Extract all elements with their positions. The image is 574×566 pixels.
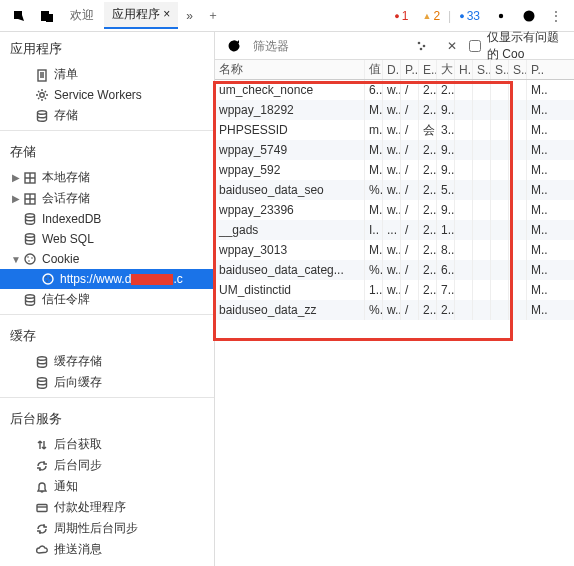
table-header[interactable]: 名称值D..P..E..大..H..S..S..S..P.. xyxy=(215,60,574,80)
col-header[interactable]: S.. xyxy=(491,60,509,79)
cell: w.. xyxy=(383,160,401,180)
col-header[interactable]: E.. xyxy=(419,60,437,79)
kebab-menu-icon[interactable]: ⋮ xyxy=(544,5,568,27)
cell: 6.. xyxy=(365,80,383,100)
tree-item-label: 会话存储 xyxy=(42,190,90,207)
tree-item[interactable]: 信任令牌 xyxy=(0,289,214,310)
table-row[interactable]: wppay_23396M..w../2..9..M.. xyxy=(215,200,574,220)
tree-item[interactable]: ▼Cookie xyxy=(0,249,214,269)
cell: wppay_23396 xyxy=(215,200,365,220)
cell xyxy=(455,160,473,180)
tree-item-label: 后向缓存 xyxy=(54,374,102,391)
col-header[interactable]: P.. xyxy=(527,60,551,79)
cell xyxy=(473,100,491,120)
twist-icon[interactable]: ▶ xyxy=(10,172,22,183)
message-badge[interactable]: 33 xyxy=(453,5,486,27)
cell: / xyxy=(401,260,419,280)
device-icon[interactable] xyxy=(34,5,60,27)
cell: w.. xyxy=(383,300,401,320)
svg-point-23 xyxy=(38,377,47,381)
add-tab-icon[interactable]: ＋ xyxy=(201,3,225,28)
cell: w.. xyxy=(383,280,401,300)
cell xyxy=(491,220,509,240)
tree-item-label: https://www.d.c xyxy=(60,272,183,286)
table-row[interactable]: um_check_nonce6..w../2..2..M.. xyxy=(215,80,574,100)
cell: __gads xyxy=(215,220,365,240)
table-row[interactable]: __gadsI...../2..1..M.. xyxy=(215,220,574,240)
table-row[interactable]: baiduseo_data_zz%..w../2..2..M.. xyxy=(215,300,574,320)
table-row[interactable]: wppay_18292M..w../2..9..M.. xyxy=(215,100,574,120)
col-header[interactable]: P.. xyxy=(401,60,419,79)
col-header[interactable]: 值 xyxy=(365,60,383,79)
tree-item[interactable]: 清单 xyxy=(0,64,214,85)
cell: M.. xyxy=(365,200,383,220)
tree-item[interactable]: 付款处理程序 xyxy=(0,497,214,518)
cell: PHPSESSID xyxy=(215,120,365,140)
tree-item[interactable]: 后向缓存 xyxy=(0,372,214,393)
table-row[interactable]: PHPSESSIDm..w../会..3..M.. xyxy=(215,120,574,140)
table-row[interactable]: baiduseo_data_seo%..w../2..5..M.. xyxy=(215,180,574,200)
refresh-icon[interactable] xyxy=(221,35,247,57)
warn-badge[interactable]: 2 xyxy=(416,5,446,27)
table-row[interactable]: wppay_5749M..w../2..9..M.. xyxy=(215,140,574,160)
tree-item[interactable]: Web SQL xyxy=(0,229,214,249)
filter-input[interactable] xyxy=(253,39,403,53)
activity-icon[interactable] xyxy=(516,5,542,27)
settings-gear-icon[interactable] xyxy=(488,5,514,27)
clear-filter-icon[interactable]: ✕ xyxy=(441,35,463,57)
svg-point-14 xyxy=(27,256,29,258)
tree-item[interactable]: 存储 xyxy=(0,105,214,126)
cell xyxy=(509,160,527,180)
tree-item-label: 推送消息 xyxy=(54,541,102,558)
cell: M.. xyxy=(527,220,551,240)
cell: wppay_18292 xyxy=(215,100,365,120)
error-badge[interactable]: 1 xyxy=(388,5,414,27)
col-header[interactable]: 大.. xyxy=(437,60,455,79)
filter-settings-icon[interactable] xyxy=(409,36,435,56)
cell: M.. xyxy=(527,140,551,160)
twist-icon[interactable]: ▶ xyxy=(10,193,22,204)
cell: um_check_nonce xyxy=(215,80,365,100)
inspect-icon[interactable] xyxy=(6,5,32,27)
cell xyxy=(455,180,473,200)
table-row[interactable]: wppay_3013M..w../2..8..M.. xyxy=(215,240,574,260)
cookie-icon xyxy=(40,271,56,287)
cell: / xyxy=(401,220,419,240)
cell xyxy=(473,80,491,100)
table-row[interactable]: UM_distinctid1..w../2..7..M.. xyxy=(215,280,574,300)
tree-item[interactable]: ▶会话存储 xyxy=(0,188,214,209)
col-header[interactable]: S.. xyxy=(509,60,527,79)
cell: ... xyxy=(383,220,401,240)
col-header[interactable]: H.. xyxy=(455,60,473,79)
cell xyxy=(509,120,527,140)
svg-rect-24 xyxy=(37,504,47,511)
cell: 9.. xyxy=(437,100,455,120)
tab-application[interactable]: 应用程序 × xyxy=(104,2,178,29)
tree-item[interactable]: ▶本地存储 xyxy=(0,167,214,188)
tree-item[interactable]: https://www.d.c xyxy=(0,269,214,289)
tree-item[interactable]: IndexedDB xyxy=(0,209,214,229)
tree-item[interactable]: 后台获取 xyxy=(0,434,214,455)
cell xyxy=(473,240,491,260)
tab-welcome[interactable]: 欢迎 xyxy=(62,3,102,28)
tree-item[interactable]: 周期性后台同步 xyxy=(0,518,214,539)
application-sidebar: 应用程序 清单Service Workers存储 存储 ▶本地存储▶会话存储In… xyxy=(0,32,215,566)
col-header[interactable]: 名称 xyxy=(215,60,365,79)
cookie-panel: ✕ 仅显示有问题的 Coo 名称值D..P..E..大..H..S..S..S.… xyxy=(215,32,574,566)
table-row[interactable]: baiduseo_data_categ...%..w../2..6..M.. xyxy=(215,260,574,280)
tree-item[interactable]: 推送消息 xyxy=(0,539,214,560)
tree-item[interactable]: 后台同步 xyxy=(0,455,214,476)
twist-icon[interactable]: ▼ xyxy=(10,254,22,265)
more-tabs-icon[interactable]: » xyxy=(180,5,199,27)
tree-item[interactable]: Service Workers xyxy=(0,85,214,105)
svg-point-17 xyxy=(43,274,53,284)
cell xyxy=(473,140,491,160)
tab-close-x[interactable]: × xyxy=(163,7,170,21)
col-header[interactable]: S.. xyxy=(473,60,491,79)
tree-item[interactable]: 缓存存储 xyxy=(0,351,214,372)
tree-item[interactable]: 通知 xyxy=(0,476,214,497)
col-header[interactable]: D.. xyxy=(383,60,401,79)
table-row[interactable]: wppay_592M..w../2..9..M.. xyxy=(215,160,574,180)
only-issues-checkbox[interactable] xyxy=(469,40,481,52)
cell: UM_distinctid xyxy=(215,280,365,300)
